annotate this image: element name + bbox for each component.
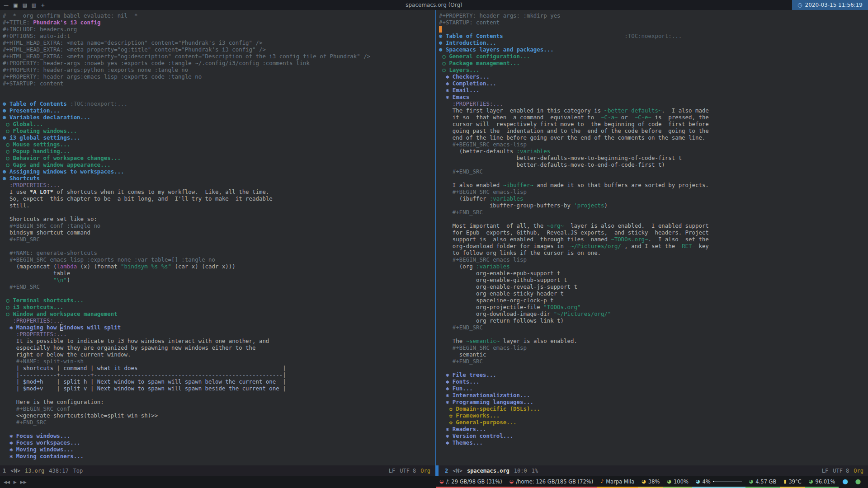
volume-icon: ◕ xyxy=(642,479,646,484)
memory-usage[interactable]: ◕4.57 GB xyxy=(745,476,780,488)
buffer-line: (org :variables xyxy=(439,263,868,270)
buffer-line: The first layer enabled in this category… xyxy=(439,107,868,114)
buffer-line: #+OPTIONS: auto-id:t xyxy=(3,33,435,39)
layout-splith-icon[interactable]: — xyxy=(4,2,9,8)
network-status[interactable]: ⬤ xyxy=(839,476,851,488)
buffer-line: support is also enabled through files na… xyxy=(439,236,868,243)
scroll-indicator: 1% xyxy=(532,468,538,474)
system-statusbar: ◀◀▶▶▶ ◒/: 29 GB/98 GB (31%)◒/home: 126 G… xyxy=(0,476,868,488)
editor-window-left[interactable]: # -*- org-confirm-babel-evaluate: nil -*… xyxy=(0,10,435,476)
disk-root-icon: ◒ xyxy=(439,479,444,484)
buffer-line: ○ Package management... xyxy=(439,60,868,66)
buffer-line: ⊛ Spacemacs layers and packages... xyxy=(439,46,868,53)
buffer-line xyxy=(3,243,435,249)
disk-root[interactable]: ◒/: 29 GB/98 GB (31%) xyxy=(436,476,505,488)
buffer-line: #+HTML_HEAD_EXTRA: <meta property="og:ti… xyxy=(3,46,435,53)
buffer-line: #+PROPERTY: header-args :noweb yes :expo… xyxy=(3,60,435,66)
buffer-line: #+PROPERTY: header-args:python :exports … xyxy=(3,66,435,73)
buffer-line: ○ Floating windows... xyxy=(3,127,435,134)
buffer-line: :PROPERTIES:... xyxy=(3,331,435,338)
buffer-line: #+END_SRC xyxy=(439,168,868,175)
buffer-line: ⊛ Introduction... xyxy=(439,39,868,46)
buffer-line: #+BEGIN_SRC emacs-lisp xyxy=(439,188,868,195)
volume[interactable]: ◕38% xyxy=(638,476,663,488)
buffer-line: ✱ Themes... xyxy=(439,439,868,446)
buffer-line: especially how they are organized by spa… xyxy=(3,344,435,351)
titlebar: —▣▤▥+ spacemacs.org (Org) ◷ 2020-03-15 1… xyxy=(0,0,868,10)
layout-stacking-icon[interactable]: ▣ xyxy=(13,2,18,8)
next-track-icon[interactable]: ▶▶ xyxy=(20,480,27,484)
emacs-frame: # -*- org-confirm-babel-evaluate: nil -*… xyxy=(0,10,868,476)
buffer-line: |-----------+---------+-----------------… xyxy=(3,371,435,378)
microphone-level[interactable]: ◕4% xyxy=(692,476,745,488)
buffer-line: #+HTML_HEAD_EXTRA: <meta property="og:de… xyxy=(3,53,435,60)
buffer-line xyxy=(3,290,435,297)
major-mode-indicator: Org xyxy=(420,468,430,474)
buffer-line: ✿ Frameworks... xyxy=(439,412,868,419)
buffer-line: ✱ Programming languages... xyxy=(439,399,868,405)
disk-home-icon: ◒ xyxy=(509,479,514,484)
buffer-line: #+BEGIN_SRC emacs-lisp xyxy=(439,141,868,148)
disk-root-label: /: 29 GB/98 GB (31%) xyxy=(446,479,502,485)
battery-status[interactable]: ⬤ xyxy=(852,476,864,488)
play-icon[interactable]: ▶ xyxy=(14,480,17,484)
previous-track-icon[interactable]: ◀◀ xyxy=(4,480,10,484)
brightness[interactable]: ◕100% xyxy=(663,476,692,488)
buffer-line: table xyxy=(3,270,435,277)
brightness-label: 100% xyxy=(674,479,689,485)
temperature[interactable]: ▮39°C xyxy=(780,476,805,488)
buffer-line: ○ General configuration... xyxy=(439,53,868,60)
buffer-line: :PROPERTIES:... xyxy=(3,317,435,324)
evil-state-badge: <N> xyxy=(453,468,462,474)
cpu-usage-label: 96.01% xyxy=(816,479,835,485)
encoding-indicator: UTF-8 xyxy=(833,468,849,474)
buffer-line: ⊛ Variables declaration... xyxy=(3,114,435,121)
clock-text: 2020-03-15 11:56:19 xyxy=(805,2,863,8)
microphone-level-label: 4% xyxy=(703,479,711,485)
layout-grid-icon[interactable]: ▥ xyxy=(32,2,36,8)
microphone-level-bar[interactable] xyxy=(713,481,742,482)
buffer-line: ✱ Checkers... xyxy=(439,73,868,80)
buffer-line: #+NAME: generate-shortcuts xyxy=(3,249,435,256)
buffer-line: ⊛ Table of Contents :TOC:noexport:... xyxy=(3,100,435,107)
titlebar-icons: —▣▤▥+ xyxy=(0,2,45,8)
music-track[interactable]: ♪Marpa Mila xyxy=(597,476,638,488)
buffer-line: <<generate-shortcuts(table=split-win-sh)… xyxy=(3,412,435,419)
modeline-left: 1 <N> i3.org 438:17 Top LF UTF-8 Org xyxy=(0,465,435,476)
buffer-line: ✱ Moving containers... xyxy=(3,453,435,460)
buffer-line: ○ i3 shortcuts... xyxy=(3,304,435,310)
buffer-line: ✱ Email... xyxy=(439,87,868,94)
buffer-line: org-return-follows-link t) xyxy=(439,317,868,324)
buffer-name: i3.org xyxy=(25,468,44,474)
buffer-line: I also enabled ~ibuffer~ and made it so … xyxy=(439,182,868,188)
music-track-icon: ♪ xyxy=(600,479,604,484)
workspace-add-icon[interactable]: + xyxy=(41,2,45,8)
cpu-usage[interactable]: ◕96.01% xyxy=(805,476,839,488)
buffer-line: :PROPERTIES:... xyxy=(439,100,868,107)
buffer-i3-org[interactable]: # -*- org-confirm-babel-evaluate: nil -*… xyxy=(0,10,435,465)
volume-label: 38% xyxy=(648,479,660,485)
disk-home[interactable]: ◒/home: 126 GB/185 GB (72%) xyxy=(506,476,597,488)
buffer-line: ✿ General-purpose... xyxy=(439,419,868,426)
buffer-line: ✱ File trees... xyxy=(439,371,868,378)
buffer-line: ✱ Readers... xyxy=(439,426,868,432)
temperature-label: 39°C xyxy=(788,479,801,485)
cpu-usage-icon: ◕ xyxy=(809,479,813,484)
buffer-line: bindsym shortcut command xyxy=(3,229,435,236)
editor-window-right[interactable]: #+PROPERTY: header-args: :mkdirp yes#+ST… xyxy=(435,10,868,476)
buffer-line xyxy=(3,94,435,100)
buffer-line: (ibuffer :variables xyxy=(439,195,868,202)
buffer-line: org-enable-sticky-header t xyxy=(439,290,868,297)
buffer-line: ⊛ Presentation... xyxy=(3,107,435,114)
buffer-line xyxy=(439,365,868,371)
buffer-line: spaceline-org-clock-p t xyxy=(439,297,868,304)
buffer-spacemacs-org[interactable]: #+PROPERTY: header-args: :mkdirp yes#+ST… xyxy=(436,10,868,465)
buffer-line: #+PROPERTY: header-args: :mkdirp yes xyxy=(439,12,868,19)
layout-tabbed-icon[interactable]: ▤ xyxy=(22,2,27,8)
buffer-line: better-defaults-move-to-beginning-of-cod… xyxy=(439,155,868,161)
buffer-line: #+END_SRC xyxy=(3,419,435,426)
buffer-line: It is possible to indicate to i3 how win… xyxy=(3,338,435,344)
buffer-line: #+HTML_HEAD_EXTRA: <meta name="descripti… xyxy=(3,39,435,46)
buffer-line: ✱ Managing how windows will split xyxy=(3,324,435,331)
buffer-line: ○ Mouse settings... xyxy=(3,141,435,148)
